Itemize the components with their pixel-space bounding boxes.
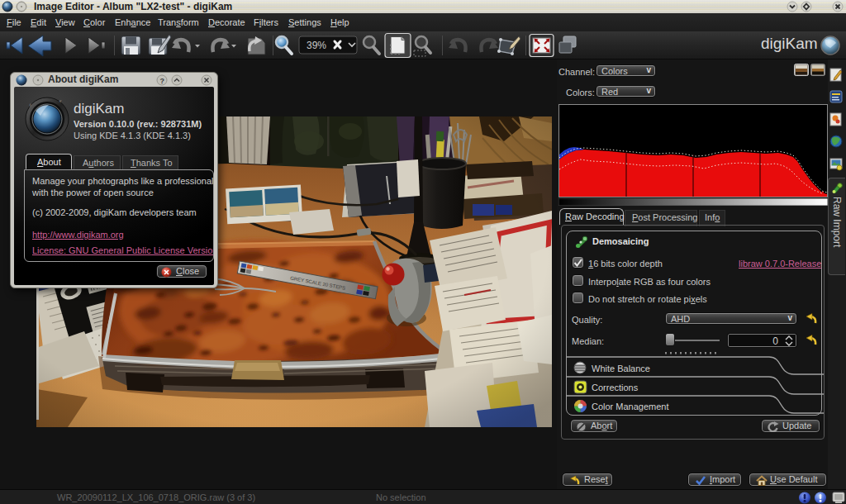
svg-text:39%: 39% <box>307 40 326 51</box>
svg-text:?: ? <box>160 77 165 85</box>
